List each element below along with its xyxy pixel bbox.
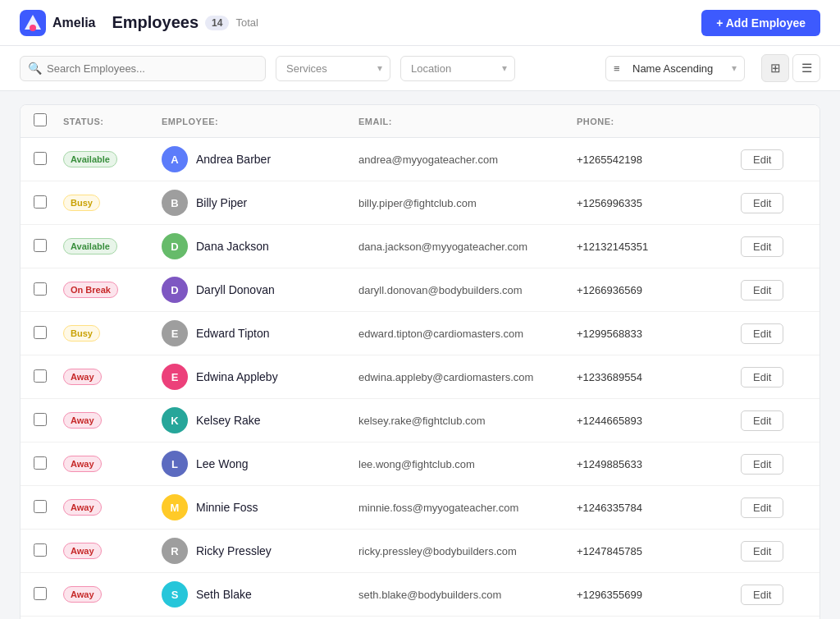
table-row: Away S Seth Blake seth.blake@bodybuilder… bbox=[21, 573, 819, 617]
row-checkbox-6[interactable] bbox=[34, 413, 47, 426]
avatar: D bbox=[162, 233, 188, 259]
employee-phone: +1246335784 bbox=[577, 502, 741, 514]
employee-name: Kelsey Rake bbox=[196, 414, 261, 427]
employee-name: Minnie Foss bbox=[196, 501, 258, 514]
status-badge: Available bbox=[63, 238, 117, 254]
status-badge: On Break bbox=[63, 282, 118, 298]
col-status: STATUS: bbox=[63, 117, 162, 126]
avatar: M bbox=[162, 494, 188, 520]
employee-name: Daryll Donovan bbox=[196, 283, 275, 296]
employee-phone: +1249885633 bbox=[577, 458, 741, 470]
employee-email: edward.tipton@cardiomasters.com bbox=[358, 328, 577, 340]
grid-view-button[interactable]: ⊞ bbox=[761, 54, 789, 82]
employee-phone: +1265542198 bbox=[577, 154, 741, 166]
page-title-area: Employees 14 Total bbox=[112, 13, 258, 32]
edit-button-8[interactable]: Edit bbox=[741, 497, 783, 518]
table-row: Away M Minnie Foss minnie.foss@myyogatea… bbox=[21, 486, 819, 530]
employee-email: lee.wong@fightclub.com bbox=[358, 458, 577, 470]
table-row: Available A Andrea Barber andrea@myyogat… bbox=[21, 138, 819, 181]
edit-button-9[interactable]: Edit bbox=[741, 541, 783, 562]
logo-icon bbox=[20, 10, 46, 36]
employee-email: kelsey.rake@fightclub.com bbox=[358, 415, 577, 427]
select-all-cell bbox=[34, 113, 63, 129]
status-badge: Away bbox=[63, 412, 102, 429]
employee-name: Edwina Appleby bbox=[196, 370, 278, 383]
row-checkbox-8[interactable] bbox=[34, 500, 47, 513]
row-checkbox-0[interactable] bbox=[34, 152, 47, 165]
location-select-wrap: Location bbox=[400, 56, 515, 81]
employee-cell: E Edwina Appleby bbox=[162, 364, 358, 390]
employee-phone: +1266936569 bbox=[577, 284, 741, 296]
avatar: S bbox=[162, 581, 188, 608]
employee-phone: +1233689554 bbox=[577, 371, 741, 383]
edit-button-10[interactable]: Edit bbox=[741, 585, 783, 605]
search-icon: 🔍 bbox=[28, 62, 42, 75]
employee-name: Ricky Pressley bbox=[196, 544, 272, 557]
list-view-button[interactable]: ☰ bbox=[792, 54, 820, 82]
status-badge: Away bbox=[63, 586, 102, 603]
edit-button-2[interactable]: Edit bbox=[741, 236, 783, 257]
edit-button-1[interactable]: Edit bbox=[741, 193, 783, 213]
location-select[interactable]: Location bbox=[400, 56, 515, 81]
edit-button-6[interactable]: Edit bbox=[741, 410, 783, 431]
row-checkbox-7[interactable] bbox=[34, 456, 47, 470]
row-checkbox-1[interactable] bbox=[34, 195, 47, 209]
employee-phone: +1256996335 bbox=[577, 197, 741, 209]
row-checkbox-9[interactable] bbox=[34, 543, 47, 557]
employee-cell: S Seth Blake bbox=[162, 581, 358, 608]
table-header: STATUS: EMPLOYEE: EMAIL: PHONE: bbox=[21, 105, 819, 138]
employee-cell: B Billy Piper bbox=[162, 190, 358, 216]
top-bar: Amelia Employees 14 Total + Add Employee bbox=[0, 0, 840, 46]
add-employee-button[interactable]: + Add Employee bbox=[701, 10, 820, 36]
col-phone: PHONE: bbox=[577, 117, 741, 126]
status-badge: Away bbox=[63, 499, 102, 516]
avatar: R bbox=[162, 538, 188, 564]
employee-cell: R Ricky Pressley bbox=[162, 538, 358, 564]
employee-table: STATUS: EMPLOYEE: EMAIL: PHONE: Availabl… bbox=[20, 104, 820, 619]
status-badge: Available bbox=[63, 151, 117, 167]
sort-select[interactable]: Name Ascending bbox=[605, 56, 745, 81]
table-row: On Break D Daryll Donovan daryll.donovan… bbox=[21, 268, 819, 312]
table-row: Away R Ricky Pressley ricky.pressley@bod… bbox=[21, 530, 819, 573]
avatar: B bbox=[162, 190, 188, 216]
table-row: Away L Lee Wong lee.wong@fightclub.com +… bbox=[21, 442, 819, 486]
search-input[interactable] bbox=[20, 56, 266, 81]
edit-button-4[interactable]: Edit bbox=[741, 323, 783, 344]
table-row: Busy E Edward Tipton edward.tipton@cardi… bbox=[21, 312, 819, 355]
employee-cell: K Kelsey Rake bbox=[162, 407, 358, 433]
edit-button-5[interactable]: Edit bbox=[741, 367, 783, 387]
view-toggle: ⊞ ☰ bbox=[761, 54, 820, 82]
employee-email: seth.blake@bodybuilders.com bbox=[358, 589, 577, 601]
employee-cell: L Lee Wong bbox=[162, 451, 358, 477]
employee-phone: +1299568833 bbox=[577, 328, 741, 340]
table-row: Away E Edwina Appleby edwina.appleby@car… bbox=[21, 355, 819, 399]
employee-email: ricky.pressley@bodybuilders.com bbox=[358, 545, 577, 557]
status-badge: Busy bbox=[63, 325, 100, 342]
row-checkbox-10[interactable] bbox=[34, 587, 47, 600]
employee-email: daryll.donovan@bodybuilders.com bbox=[358, 284, 577, 296]
sort-wrap: ≡ Name Ascending bbox=[605, 56, 745, 81]
status-badge: Away bbox=[63, 543, 102, 559]
employee-phone: +12132145351 bbox=[577, 241, 741, 253]
edit-button-0[interactable]: Edit bbox=[741, 149, 783, 170]
employee-email: dana.jackson@myyogateacher.com bbox=[358, 241, 577, 253]
edit-button-7[interactable]: Edit bbox=[741, 454, 783, 475]
row-checkbox-2[interactable] bbox=[34, 239, 47, 252]
avatar: E bbox=[162, 364, 188, 390]
employee-email: billy.piper@fightclub.com bbox=[358, 197, 577, 209]
employee-cell: M Minnie Foss bbox=[162, 494, 358, 520]
row-checkbox-3[interactable] bbox=[34, 282, 47, 296]
edit-button-3[interactable]: Edit bbox=[741, 280, 783, 300]
search-wrap: 🔍 bbox=[20, 56, 266, 81]
table-body: Available A Andrea Barber andrea@myyogat… bbox=[21, 138, 819, 619]
main-content: STATUS: EMPLOYEE: EMAIL: PHONE: Availabl… bbox=[0, 91, 840, 619]
avatar: A bbox=[162, 146, 188, 172]
row-checkbox-4[interactable] bbox=[34, 326, 47, 339]
select-all-checkbox[interactable] bbox=[34, 113, 47, 126]
employee-name: Lee Wong bbox=[196, 457, 249, 470]
employee-name: Billy Piper bbox=[196, 196, 247, 209]
services-select[interactable]: Services bbox=[276, 56, 390, 81]
employee-name: Edward Tipton bbox=[196, 327, 270, 340]
row-checkbox-5[interactable] bbox=[34, 369, 47, 383]
employee-name: Dana Jackson bbox=[196, 240, 269, 253]
